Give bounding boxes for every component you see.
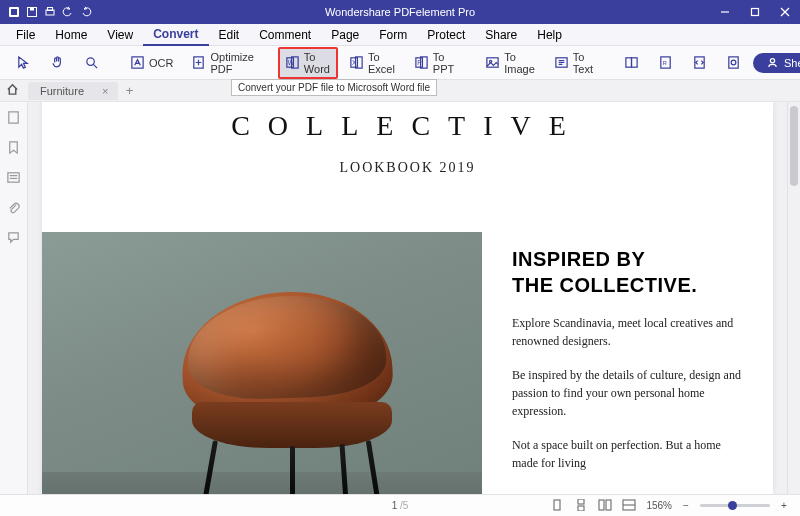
cursor-icon <box>15 55 31 71</box>
thumbnails-icon[interactable] <box>6 110 22 126</box>
search-icon[interactable] <box>6 170 22 186</box>
main-area: COLLECTIVE LOOKBOOK 2019 INSPIRED BY THE… <box>0 102 800 494</box>
document-tab[interactable]: Furniture × <box>28 82 118 100</box>
optimize-icon <box>191 55 206 71</box>
redo-icon[interactable] <box>78 4 94 20</box>
to-epub-button[interactable] <box>617 51 647 75</box>
tab-close-icon[interactable]: × <box>102 85 108 97</box>
app-logo-icon <box>6 4 22 20</box>
pdf-page: COLLECTIVE LOOKBOOK 2019 INSPIRED BY THE… <box>42 102 773 494</box>
svg-rect-40 <box>578 506 584 511</box>
ocr-button[interactable]: OCR <box>122 51 180 75</box>
svg-rect-27 <box>632 58 638 67</box>
maximize-button[interactable] <box>740 0 770 24</box>
to-word-tooltip: Convert your PDF file to Microsoft Word … <box>231 79 437 96</box>
to-excel-label: To Excel <box>368 51 396 75</box>
window-controls <box>710 0 800 24</box>
menu-comment[interactable]: Comment <box>249 25 321 45</box>
hand-tool[interactable] <box>42 51 72 75</box>
convert-toolbar: OCR Optimize PDF WTo Word XTo Excel PTo … <box>0 46 800 80</box>
menu-file[interactable]: File <box>6 25 45 45</box>
zoom-slider[interactable] <box>700 504 770 507</box>
rtf-icon: R <box>658 55 674 71</box>
svg-text:R: R <box>663 60 667 66</box>
ocr-icon <box>129 55 145 71</box>
to-ppt-button[interactable]: PTo PPT <box>407 47 462 79</box>
optimize-pdf-button[interactable]: Optimize PDF <box>184 47 261 79</box>
attachments-icon[interactable] <box>6 200 22 216</box>
undo-icon[interactable] <box>60 4 76 20</box>
to-html-button[interactable] <box>685 51 715 75</box>
text-icon <box>554 55 569 71</box>
comments-icon[interactable] <box>6 230 22 246</box>
menu-convert[interactable]: Convert <box>143 24 208 46</box>
menubar: FileHomeViewConvertEditCommentPageFormPr… <box>0 24 800 46</box>
menu-form[interactable]: Form <box>369 25 417 45</box>
zoom-out-button[interactable]: − <box>680 500 692 511</box>
svg-rect-34 <box>8 112 17 123</box>
to-excel-button[interactable]: XTo Excel <box>342 47 403 79</box>
print-icon[interactable] <box>42 4 58 20</box>
to-text-button[interactable]: To Text <box>547 47 601 79</box>
image-icon <box>485 55 500 71</box>
home-tab-icon[interactable] <box>6 83 19 98</box>
vertical-scrollbar[interactable] <box>787 102 800 494</box>
zoom-tool[interactable] <box>76 51 106 75</box>
zoom-slider-knob[interactable] <box>728 501 737 510</box>
zoom-in-button[interactable]: + <box>778 500 790 511</box>
doc-text-column: INSPIRED BY THE COLLECTIVE. Explore Scan… <box>512 232 773 494</box>
svg-line-11 <box>93 64 97 68</box>
view-two-page-icon[interactable] <box>598 499 614 513</box>
word-icon: W <box>285 55 300 71</box>
minimize-button[interactable] <box>710 0 740 24</box>
svg-point-10 <box>86 58 94 66</box>
select-tool[interactable] <box>8 51 38 75</box>
svg-rect-39 <box>578 499 584 504</box>
svg-rect-18 <box>356 57 363 68</box>
excel-icon: X <box>349 55 364 71</box>
svg-rect-38 <box>554 500 560 510</box>
ocr-label: OCR <box>149 57 173 69</box>
add-tab-button[interactable]: + <box>120 82 138 100</box>
app-title: Wondershare PDFelement Pro <box>325 6 475 18</box>
svg-rect-42 <box>606 500 611 510</box>
to-rtf-button[interactable]: R <box>651 51 681 75</box>
bookmarks-icon[interactable] <box>6 140 22 156</box>
menu-protect[interactable]: Protect <box>417 25 475 45</box>
view-single-icon[interactable] <box>550 499 566 513</box>
view-continuous-icon[interactable] <box>574 499 590 513</box>
svg-rect-26 <box>626 58 632 67</box>
svg-rect-31 <box>729 57 738 68</box>
epub-icon <box>624 55 640 71</box>
user-icon <box>767 57 778 68</box>
svg-rect-1 <box>11 9 17 15</box>
user-badge[interactable]: Shelley <box>753 53 800 73</box>
quick-access <box>0 4 94 20</box>
svg-text:W: W <box>288 59 295 66</box>
save-icon[interactable] <box>24 4 40 20</box>
doc-hero-image <box>42 232 482 494</box>
svg-point-33 <box>770 59 774 63</box>
page-indicator[interactable]: 1 /5 <box>392 500 409 511</box>
to-word-button[interactable]: WTo Word <box>278 47 338 79</box>
view-fit-icon[interactable] <box>622 499 638 513</box>
menu-page[interactable]: Page <box>321 25 369 45</box>
menu-edit[interactable]: Edit <box>209 25 250 45</box>
close-button[interactable] <box>770 0 800 24</box>
svg-text:P: P <box>417 59 422 66</box>
to-ppt-label: To PPT <box>433 51 455 75</box>
to-other-button[interactable] <box>719 51 749 75</box>
menu-help[interactable]: Help <box>527 25 572 45</box>
doc-heading: INSPIRED BY THE COLLECTIVE. <box>512 246 747 298</box>
menu-share[interactable]: Share <box>475 25 527 45</box>
menu-view[interactable]: View <box>97 25 143 45</box>
document-viewport[interactable]: COLLECTIVE LOOKBOOK 2019 INSPIRED BY THE… <box>28 102 787 494</box>
statusbar: 1 /5 156% − + <box>0 494 800 516</box>
other-icon <box>726 55 742 71</box>
scrollbar-thumb[interactable] <box>790 106 798 186</box>
menu-home[interactable]: Home <box>45 25 97 45</box>
to-image-button[interactable]: To Image <box>478 47 543 79</box>
to-word-label: To Word <box>304 51 331 75</box>
hand-icon <box>49 55 65 71</box>
doc-title: COLLECTIVE <box>42 110 773 142</box>
